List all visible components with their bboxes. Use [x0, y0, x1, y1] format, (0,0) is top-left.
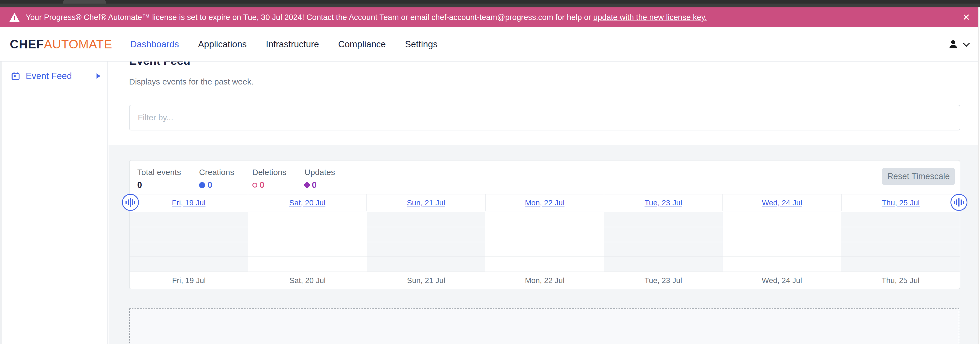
timeline-day-header-row: Fri, 19 JulSat, 20 JulSun, 21 JulMon, 22… [130, 194, 960, 211]
nav-item-settings[interactable]: Settings [405, 39, 438, 49]
chef-automate-logo[interactable]: CHEFAUTOMATE [10, 37, 112, 51]
day-link[interactable]: Sun, 21 Jul [407, 199, 445, 207]
waveform-icon [126, 198, 135, 207]
filter-input[interactable] [129, 105, 960, 131]
timeline-day-footer-label: Mon, 22 Jul [485, 276, 604, 285]
page-subtitle: Displays events for the past week. [129, 77, 253, 86]
timeline-day-header-cell: Sun, 21 Jul [366, 194, 485, 211]
ring-marker-icon [252, 183, 257, 188]
stat-label: Deletions [252, 168, 286, 177]
timeline-day-header-cell: Mon, 22 Jul [485, 194, 604, 211]
sidebar-scrollbar[interactable] [0, 62, 2, 344]
stat-updates: Updates0 [305, 168, 335, 190]
main-nav: DashboardsApplicationsInfrastructureComp… [130, 39, 438, 49]
waveform-icon [954, 198, 964, 207]
timeline-scroll-left-button[interactable] [122, 194, 139, 211]
timeline-day-header-cell: Fri, 19 Jul [130, 194, 248, 211]
chevron-down-icon [963, 40, 970, 47]
nav-item-compliance[interactable]: Compliance [338, 39, 386, 49]
timeline-day-footer-row: Fri, 19 JulSat, 20 JulSun, 21 JulMon, 22… [130, 272, 960, 289]
stat-total-events: Total events0 [137, 168, 181, 190]
day-link[interactable]: Fri, 19 Jul [172, 199, 205, 207]
nav-item-infrastructure[interactable]: Infrastructure [266, 39, 319, 49]
timeline-day-footer-label: Fri, 19 Jul [130, 276, 248, 285]
timeline-row-separator [130, 227, 960, 227]
timeline-day-footer-label: Sat, 20 Jul [248, 276, 367, 285]
stat-value-row: 0 [305, 180, 335, 190]
timeline-row-separator [130, 256, 960, 257]
stat-creations: Creations0 [199, 168, 234, 190]
license-banner-message: Your Progress® Chef® Automate™ license i… [26, 13, 591, 22]
timeline-day-footer-label: Thu, 25 Jul [841, 276, 960, 285]
timeline-day-footer-label: Sun, 21 Jul [367, 276, 485, 285]
close-icon[interactable]: ✕ [963, 13, 970, 22]
event-timeline-card: Total events0Creations0Deletions0Updates… [129, 160, 960, 289]
sidebar: Event Feed [0, 62, 108, 344]
expand-arrow-icon[interactable] [97, 73, 100, 79]
page-scrollbar[interactable] [978, 7, 980, 344]
main-content: Event Feed Displays events for the past … [108, 62, 980, 344]
browser-chrome [0, 0, 980, 7]
day-link[interactable]: Wed, 24 Jul [762, 199, 802, 207]
nav-item-applications[interactable]: Applications [198, 39, 247, 49]
stat-value-row: 0 [137, 180, 181, 190]
day-link[interactable]: Sat, 20 Jul [289, 199, 325, 207]
day-link[interactable]: Tue, 23 Jul [644, 199, 682, 207]
stat-value: 0 [137, 180, 142, 190]
stat-value-row: 0 [252, 180, 286, 190]
day-link[interactable]: Mon, 22 Jul [525, 199, 565, 207]
event-stats-row: Total events0Creations0Deletions0Updates… [137, 168, 335, 190]
circle-marker-icon [199, 182, 205, 188]
stat-deletions: Deletions0 [252, 168, 286, 190]
sidebar-item-event-feed[interactable]: Event Feed [0, 68, 107, 84]
calendar-icon [11, 72, 20, 81]
timeline-day-header-cell: Wed, 24 Jul [722, 194, 841, 211]
license-banner: Your Progress® Chef® Automate™ license i… [0, 7, 980, 27]
guitar-string-placeholder [129, 309, 959, 344]
timeline-day-header-cell: Tue, 23 Jul [604, 194, 722, 211]
diamond-marker-icon [304, 182, 310, 188]
stat-value-row: 0 [199, 180, 234, 190]
stat-value: 0 [208, 180, 212, 190]
timeline-scroll-right-button[interactable] [950, 194, 967, 211]
timeline-day-header-cell: Sat, 20 Jul [248, 194, 366, 211]
day-link[interactable]: Thu, 25 Jul [882, 199, 920, 207]
stat-label: Updates [305, 168, 335, 177]
logo-chef: CHEF [10, 37, 44, 51]
page-title: Event Feed [129, 62, 190, 67]
stat-label: Creations [199, 168, 234, 177]
timeline-day-footer-label: Wed, 24 Jul [723, 276, 842, 285]
timeline-day-footer-label: Tue, 23 Jul [604, 276, 723, 285]
logo-automate: AUTOMATE [44, 37, 112, 51]
warning-icon [9, 13, 20, 22]
stat-value: 0 [312, 180, 317, 190]
stat-label: Total events [137, 168, 181, 177]
nav-item-dashboards[interactable]: Dashboards [130, 39, 179, 49]
top-navbar: CHEFAUTOMATE DashboardsApplicationsInfra… [0, 27, 980, 62]
user-menu[interactable] [948, 27, 968, 61]
reset-timescale-button[interactable]: Reset Timescale [882, 168, 955, 185]
update-license-link[interactable]: update with the new license key. [593, 13, 707, 22]
sidebar-item-label: Event Feed [26, 71, 72, 81]
user-avatar-icon [948, 39, 958, 49]
timeline-day-header-cell: Thu, 25 Jul [841, 194, 960, 211]
timeline-row-separator [130, 242, 960, 242]
browser-chrome-lower [0, 3, 980, 7]
stat-value: 0 [260, 180, 264, 190]
browser-tab[interactable] [63, 0, 106, 3]
